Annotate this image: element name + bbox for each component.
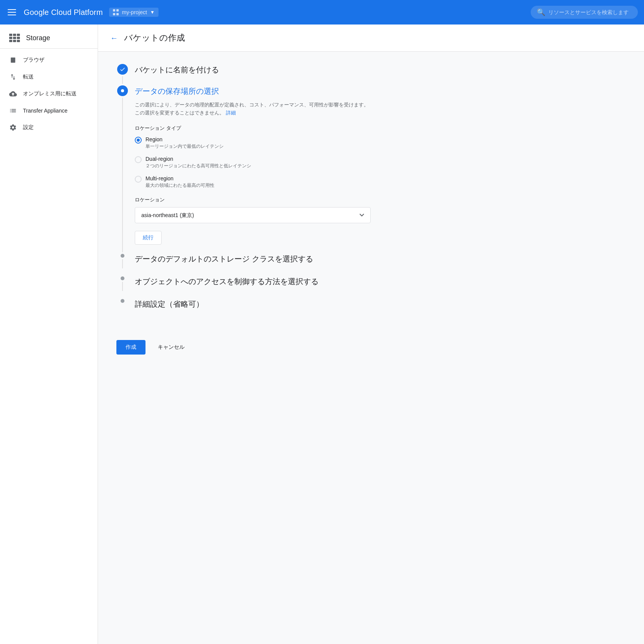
- radio-multi-region-desc: 最大の領域にわたる最高の可用性: [145, 182, 214, 189]
- sidebar-item-settings[interactable]: 設定: [0, 119, 98, 136]
- back-button[interactable]: ←: [110, 34, 118, 42]
- svg-point-0: [121, 89, 124, 92]
- radio-region-label: Region: [145, 136, 224, 142]
- continue-button[interactable]: 続行: [135, 231, 162, 245]
- step-2-description: この選択により、データの地理的配置が定義され、コスト、パフォーマンス、可用性が影…: [135, 101, 371, 117]
- step-2-line: [122, 98, 123, 252]
- radio-region[interactable]: [135, 137, 142, 144]
- sidebar-transfer-appliance-label: Transfer Appliance: [23, 108, 67, 114]
- step-2-circle: [117, 85, 128, 96]
- transfer-icon: [9, 73, 17, 81]
- sidebar-title: Storage: [26, 34, 50, 42]
- step-1-line: [122, 76, 123, 84]
- step-2-indicator: [116, 85, 129, 254]
- location-label: ロケーション: [135, 196, 371, 203]
- create-button[interactable]: 作成: [116, 340, 145, 355]
- sidebar-transfer-label: 転送: [23, 74, 34, 80]
- step-3-line: [122, 259, 123, 268]
- detail-link[interactable]: 詳細: [226, 110, 236, 116]
- project-selector[interactable]: my-project ▼: [109, 8, 159, 17]
- project-dots-icon: [113, 9, 119, 15]
- step-4-content: オブジェクトへのアクセスを制御する方法を選択する: [135, 273, 371, 296]
- step-1-circle: [117, 64, 128, 75]
- main-layout: Storage ブラウザ 転送 オンプレミス用に転送 Transfer Appl: [0, 25, 644, 644]
- location-select[interactable]: asia-northeast1 (東京) us-central1 (Iowa) …: [135, 207, 371, 223]
- step-1-indicator: [116, 64, 129, 85]
- steps-container: バケットに名前を付ける データの保存場所の選択 この選択により、データの地理的配…: [98, 52, 389, 331]
- page-header: ← バケットの作成: [98, 25, 644, 52]
- radio-group-location-type: Region 単一リージョン内で最低のレイテンシ Dual-region ２つの…: [135, 136, 371, 189]
- step-4-indicator: [116, 273, 129, 296]
- storage-bucket-icon: [9, 56, 17, 64]
- radio-dual-region-desc: ２つのリージョンにわたる高可用性と低レイテンシ: [145, 163, 251, 169]
- step-1: バケットに名前を付ける: [116, 64, 371, 85]
- step-3: データのデフォルトのストレージ クラスを選択する: [116, 251, 371, 273]
- radio-multi-region[interactable]: [135, 176, 142, 183]
- list-icon: [9, 107, 17, 114]
- radio-region-desc: 単一リージョン内で最低のレイテンシ: [145, 143, 224, 150]
- location-section: ロケーション asia-northeast1 (東京) us-central1 …: [135, 196, 371, 223]
- sidebar-header: Storage: [0, 28, 98, 49]
- radio-dual-region[interactable]: [135, 156, 142, 163]
- step-1-title: バケットに名前を付ける: [135, 64, 371, 75]
- top-bar-right: 🔍: [531, 6, 638, 19]
- sidebar-item-onprem-transfer[interactable]: オンプレミス用に転送: [0, 85, 98, 102]
- search-icon: 🔍: [537, 8, 545, 16]
- step-3-title: データのデフォルトのストレージ クラスを選択する: [135, 253, 371, 264]
- step-2: データの保存場所の選択 この選択により、データの地理的配置が定義され、コスト、パ…: [116, 85, 371, 254]
- step-4-title: オブジェクトへのアクセスを制御する方法を選択する: [135, 276, 371, 287]
- step-3-content: データのデフォルトのストレージ クラスを選択する: [135, 251, 371, 273]
- search-input[interactable]: [548, 9, 632, 15]
- action-buttons: 作成 キャンセル: [98, 334, 644, 361]
- radio-dual-region-label: Dual-region: [145, 156, 251, 162]
- search-bar[interactable]: 🔍: [531, 6, 638, 19]
- storage-icon: [9, 34, 20, 42]
- location-type-label: ロケーション タイプ: [135, 125, 371, 132]
- cancel-button[interactable]: キャンセル: [152, 340, 191, 355]
- top-bar-left: Google Cloud Platform my-project ▼: [6, 8, 531, 17]
- settings-icon: [9, 124, 17, 131]
- step-4: オブジェクトへのアクセスを制御する方法を選択する: [116, 273, 371, 296]
- sidebar-settings-label: 設定: [23, 124, 34, 131]
- hamburger-menu-icon[interactable]: [6, 8, 18, 17]
- sidebar-onprem-label: オンプレミス用に転送: [23, 90, 77, 97]
- radio-option-dual-region[interactable]: Dual-region ２つのリージョンにわたる高可用性と低レイテンシ: [135, 156, 371, 169]
- step-5-indicator: [116, 296, 129, 319]
- radio-option-region[interactable]: Region 単一リージョン内で最低のレイテンシ: [135, 136, 371, 150]
- radio-multi-region-label: Multi-region: [145, 175, 214, 181]
- step-3-indicator: [116, 251, 129, 273]
- page-title: バケットの作成: [124, 32, 185, 44]
- sidebar-item-transfer[interactable]: 転送: [0, 69, 98, 85]
- chevron-down-icon: ▼: [150, 10, 155, 15]
- sidebar-item-browser[interactable]: ブラウザ: [0, 52, 98, 69]
- step-5-content: 詳細設定（省略可）: [135, 296, 371, 319]
- cloud-upload-icon: [9, 90, 17, 98]
- project-name: my-project: [122, 9, 147, 15]
- app-title: Google Cloud Platform: [24, 8, 103, 17]
- sidebar-item-transfer-appliance[interactable]: Transfer Appliance: [0, 102, 98, 119]
- sidebar: Storage ブラウザ 転送 オンプレミス用に転送 Transfer Appl: [0, 25, 98, 644]
- top-bar: Google Cloud Platform my-project ▼ 🔍: [0, 0, 644, 25]
- step-1-content: バケットに名前を付ける: [135, 64, 371, 85]
- step-2-title: データの保存場所の選択: [135, 85, 371, 96]
- sidebar-browser-label: ブラウザ: [23, 57, 44, 64]
- radio-option-multi-region[interactable]: Multi-region 最大の領域にわたる最高の可用性: [135, 175, 371, 189]
- step-5: 詳細設定（省略可）: [116, 296, 371, 319]
- step-5-title: 詳細設定（省略可）: [135, 298, 371, 309]
- step-4-line: [122, 282, 123, 291]
- step-2-content: データの保存場所の選択 この選択により、データの地理的配置が定義され、コスト、パ…: [135, 85, 371, 254]
- main-content: ← バケットの作成 バケットに名前を付ける: [98, 25, 644, 644]
